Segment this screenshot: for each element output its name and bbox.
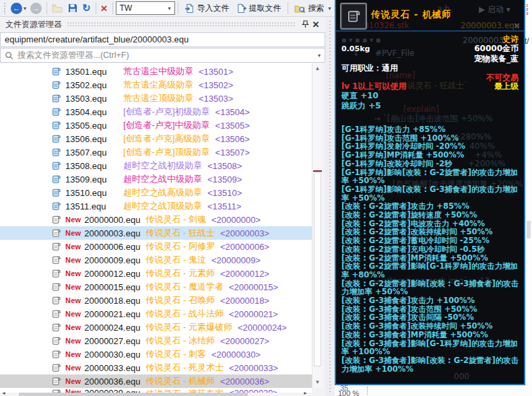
item-id: <13509> xyxy=(207,174,242,185)
file-row[interactable]: New20000030.equ传说灵石 - 刺客<20000030> xyxy=(0,348,312,361)
file-row[interactable]: 13508.equ超时空之战初级勋章<13508> xyxy=(0,159,312,172)
scroll-left-arrow[interactable]: ◄ xyxy=(1,391,6,395)
tooltip-stat-line: [G-1科罗纳]影响[改装 : G-3捕食者]的攻击力增加率 +50%% xyxy=(341,185,521,202)
file-row[interactable]: 13504.equ[创造者-卢克]初级勋章<13504> xyxy=(0,105,312,119)
vertical-scrollbar[interactable]: ▲ ▼ xyxy=(312,63,323,388)
item-display-name: 传说灵石 - 剑魂 xyxy=(145,213,206,226)
new-badge: New xyxy=(65,242,81,251)
file-row[interactable]: New20000003.equ传说灵石 - 狂战士<20000003> xyxy=(0,226,312,240)
tooltip-stat-line: [改装 : G-3捕食者]改装持续时间 +50%% xyxy=(341,322,521,331)
file-name: 20000012.equ xyxy=(84,269,140,279)
save-button[interactable] xyxy=(65,1,80,15)
scroll-up-arrow[interactable]: ▲ xyxy=(312,64,323,73)
import-file-label: 导入文件 xyxy=(197,3,230,14)
file-row[interactable]: 13507.equ[创造者-卢克]顶级勋章<13507> xyxy=(0,145,312,159)
import-file-icon xyxy=(185,3,195,13)
scroll-down-arrow[interactable]: ▼ xyxy=(312,378,323,387)
toolbar-grip[interactable] xyxy=(3,2,7,14)
explorer-search-input[interactable]: 搜索文件资源管理器...(Ctrl+F) ▾ xyxy=(0,48,325,63)
editor-scrollbar-thumb[interactable] xyxy=(527,221,531,238)
panel-splitter[interactable] xyxy=(325,17,335,396)
search-folder-icon xyxy=(294,3,306,13)
refresh-button[interactable]: ↻ xyxy=(80,1,93,15)
scrollbar-thumb[interactable] xyxy=(19,393,248,396)
import-file-button[interactable]: 导入文件 xyxy=(181,1,233,15)
file-row[interactable]: New20000009.equ传说灵石 - 鬼泣<20000009> xyxy=(0,253,312,267)
language-select[interactable]: TW ▾ xyxy=(116,1,175,15)
scroll-file-icon xyxy=(51,160,61,171)
scroll-right-arrow[interactable]: ► xyxy=(303,391,308,395)
file-row[interactable]: 13502.equ荒古遗尘高级勋章<13502> xyxy=(0,78,312,92)
scroll-file-icon xyxy=(51,388,61,393)
item-display-name: 传说灵石 - 元素爆破师 xyxy=(145,321,232,333)
file-row[interactable]: New20000027.equ传说灵石 - 冰结师<20000027> xyxy=(0,334,312,348)
file-row[interactable]: 13505.equ[创造者-卢克]中级勋章<13505> xyxy=(0,119,312,132)
language-select-value: TW xyxy=(120,3,133,13)
close-file-button[interactable]: × xyxy=(99,1,110,15)
back-dropdown-caret[interactable]: ▾ xyxy=(24,5,26,11)
file-row[interactable]: 13509.equ超时空之战中级勋章<13509> xyxy=(0,172,312,186)
new-badge: New xyxy=(65,296,81,304)
scrollbar-thumb[interactable] xyxy=(314,172,321,366)
new-badge: New xyxy=(65,377,81,385)
file-name: 20000036.equ xyxy=(84,376,140,387)
file-row[interactable]: New20000015.equ传说灵石 - 魔道学者<20000015> xyxy=(0,280,312,294)
item-display-name: 超时空之战顶级勋章 xyxy=(123,200,202,212)
search-placeholder: 搜索文件资源管理器...(Ctrl+F) xyxy=(18,50,129,61)
item-id: <20000039> xyxy=(229,388,278,393)
file-row[interactable]: New20000024.equ传说灵石 - 元素爆破师<20000024> xyxy=(0,321,312,334)
scroll-file-icon xyxy=(51,147,61,158)
scroll-file-icon xyxy=(51,362,61,373)
file-row[interactable]: New20000012.equ传说灵石 - 元素师<20000012> xyxy=(0,267,312,280)
back-button[interactable]: ← ▾ xyxy=(9,1,28,15)
item-stat-list: [G-1科罗纳]攻击力 +85%%[G-1科罗纳]攻击范围 +100%%[G-1… xyxy=(341,125,521,373)
file-row[interactable]: 13506.equ[创造者-卢克]高级勋章<13506> xyxy=(0,132,312,145)
file-name: 13509.equ xyxy=(65,174,118,185)
file-name: 13506.equ xyxy=(65,134,118,144)
file-name: 13503.equ xyxy=(65,94,118,104)
file-row[interactable]: New20000018.equ传说灵石 - 召唤师<20000018> xyxy=(0,294,312,307)
item-id: <20000030> xyxy=(211,350,261,360)
scroll-file-icon xyxy=(51,201,61,211)
forward-button[interactable]: → xyxy=(28,1,44,15)
editor-zoom-level: 100 % xyxy=(338,389,359,396)
file-row[interactable]: New20000036.equ传说灵石 - 机械师<20000036> xyxy=(0,374,312,388)
scroll-file-icon xyxy=(51,174,61,185)
file-name: 13502.equ xyxy=(65,80,118,90)
search-button[interactable]: 搜索 ▾ xyxy=(291,1,335,15)
file-name: 20000027.equ xyxy=(84,336,140,346)
pin-icon[interactable] xyxy=(300,19,310,30)
file-row[interactable]: New20000033.equ传说灵石 - 死灵术士<20000033> xyxy=(0,361,312,374)
file-row[interactable]: 13503.equ荒古遗尘顶级勋章<13503> xyxy=(0,92,312,105)
tooltip-stat-line: [改装 : G-3捕食者]影响[改装 : G-2旋雷者]的攻击力增加率 +100… xyxy=(341,356,521,373)
panel-close-button[interactable]: ✕ xyxy=(310,19,321,30)
new-badge: New xyxy=(65,388,81,393)
file-name: 20000000.equ xyxy=(84,215,140,225)
new-badge: New xyxy=(65,216,81,224)
item-display-name: 传说灵石 - 鬼泣 xyxy=(145,254,206,266)
file-row[interactable]: 13501.equ荒古遗尘中级勋章<13501> xyxy=(0,65,312,78)
item-display-name: 传说灵石 - 狂战士 xyxy=(145,227,215,239)
open-file-button[interactable] xyxy=(50,1,65,15)
ghost-editor-text: × xyxy=(513,20,521,30)
scroll-file-icon xyxy=(51,187,61,198)
file-row[interactable]: 13510.equ超时空之战高级勋章<13510> xyxy=(0,186,312,199)
tooltip-stat-line: [改装 : G-3捕食者]MP消耗量 +500%% xyxy=(341,331,521,339)
extract-file-button[interactable]: 提取文件 xyxy=(233,1,285,15)
file-row[interactable]: New20000021.equ传说灵石 - 战斗法师<20000021> xyxy=(0,307,312,321)
tooltip-stat-line: [改装 : G-3捕食者]影响[G-1科罗纳]的攻击力增加率 +100%% xyxy=(341,339,521,356)
current-path-field[interactable]: equipment/creature/artifact_blue/2000000… xyxy=(0,32,325,47)
file-name: 13510.equ xyxy=(65,188,118,198)
file-row[interactable]: 13511.equ超时空之战顶级勋章<13511> xyxy=(0,199,312,213)
item-icon-box xyxy=(340,3,367,30)
chevron-down-icon[interactable]: ▾ xyxy=(318,53,321,59)
horizontal-scrollbar[interactable]: ◄ ► xyxy=(0,393,312,396)
file-row[interactable]: New20000000.equ传说灵石 - 剑魂<20000000> xyxy=(0,213,312,226)
scroll-file-icon xyxy=(51,322,61,333)
file-row[interactable]: New20000006.equ传说灵石 - 阿修罗<20000006> xyxy=(0,240,312,253)
scroll-file-icon xyxy=(51,120,61,131)
file-row[interactable]: New20000039.equ传说灵石 - 弹药专家<20000039> xyxy=(0,388,312,393)
file-name: 20000003.equ xyxy=(84,228,140,238)
item-category: 宠物装备_蓝 xyxy=(474,53,519,65)
new-badge: New xyxy=(65,323,81,331)
